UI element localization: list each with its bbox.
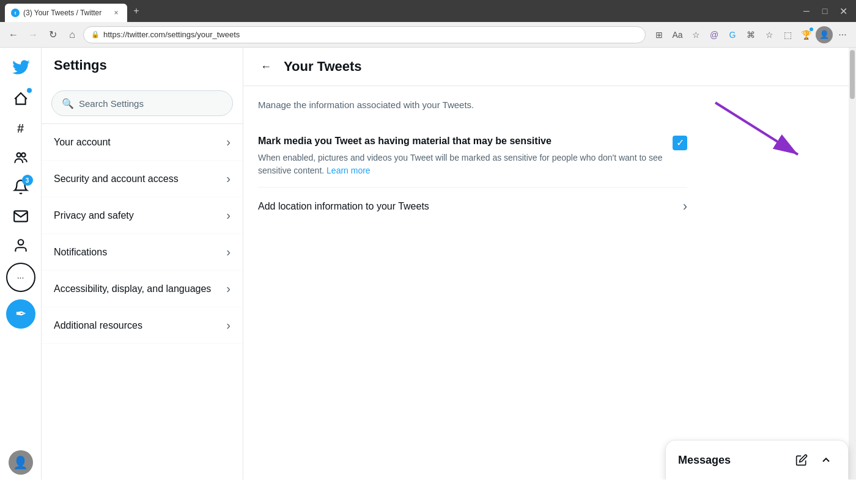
sidebar-item-home[interactable] — [6, 84, 35, 114]
screenshot-button[interactable]: ⬚ — [779, 26, 796, 43]
settings-nav-item-additional[interactable]: Additional resources › — [42, 307, 243, 344]
chevron-right-icon: › — [226, 172, 231, 186]
sensitive-media-description: When enabled, pictures and videos you Tw… — [258, 152, 663, 177]
settings-nav-item-accessibility[interactable]: Accessibility, display, and languages › — [42, 271, 243, 307]
chevron-right-icon: › — [226, 318, 231, 332]
refresh-button[interactable]: ↻ — [44, 26, 61, 43]
puzzle-button[interactable]: ⌘ — [742, 26, 759, 43]
location-chevron-icon: › — [683, 199, 687, 214]
notifications-badge: 3 — [22, 175, 33, 186]
reader-mode-button[interactable]: Aa — [669, 26, 686, 43]
sensitive-media-setting-row: Mark media you Tweet as having material … — [258, 127, 687, 188]
chevron-right-icon: › — [226, 245, 231, 259]
favorites-button[interactable]: ☆ — [687, 26, 704, 43]
at-sign-button[interactable]: @ — [706, 26, 723, 43]
minimize-button[interactable]: ─ — [799, 3, 814, 19]
page-title: Your Tweets — [284, 59, 362, 75]
settings-nav-item-notifications[interactable]: Notifications › — [42, 234, 243, 271]
sensitive-media-text: Mark media you Tweet as having material … — [258, 134, 663, 177]
location-setting-title: Add location information to your Tweets — [258, 201, 429, 212]
maximize-button[interactable]: □ — [817, 3, 833, 19]
sidebar-item-profile[interactable] — [6, 231, 35, 260]
learn-more-link[interactable]: Learn more — [327, 166, 371, 175]
sidebar-item-messages[interactable] — [6, 202, 35, 231]
svg-line-3 — [715, 103, 798, 155]
star-button[interactable]: ☆ — [761, 26, 778, 43]
chevron-right-icon: › — [226, 282, 231, 296]
sidebar-item-more[interactable]: ··· — [6, 263, 35, 292]
compose-message-button[interactable] — [792, 450, 811, 470]
scrollbar[interactable] — [849, 48, 856, 480]
sensitive-media-checkbox[interactable]: ✓ — [673, 136, 687, 150]
settings-nav-item-security[interactable]: Security and account access › — [42, 161, 243, 197]
settings-nav-label-additional: Additional resources — [54, 320, 142, 331]
settings-header: Settings — [42, 48, 243, 83]
sidebar-item-communities[interactable] — [6, 143, 35, 172]
sidebar-item-explore[interactable]: # — [6, 114, 35, 143]
chevron-right-icon: › — [226, 135, 231, 149]
tab-favicon: t — [11, 9, 20, 17]
lock-icon: 🔒 — [91, 31, 100, 38]
settings-nav-label-your-account: Your account — [54, 137, 111, 148]
collapse-messages-button[interactable] — [816, 450, 836, 470]
home-button[interactable]: ⌂ — [64, 26, 81, 43]
window-close-button[interactable]: ✕ — [835, 3, 851, 19]
location-setting-row[interactable]: Add location information to your Tweets … — [258, 188, 687, 225]
browser-tab[interactable]: t (3) Your Tweets / Twitter × — [5, 4, 127, 22]
sensitive-media-title: Mark media you Tweet as having material … — [258, 134, 663, 148]
settings-nav-item-your-account[interactable]: Your account › — [42, 124, 243, 161]
close-tab-button[interactable]: × — [111, 8, 121, 18]
chevron-right-icon: › — [226, 208, 231, 222]
extensions-button[interactable]: ⊞ — [651, 26, 668, 43]
svg-point-2 — [18, 239, 23, 245]
search-icon: 🔍 — [62, 98, 74, 109]
section-description: Manage the information associated with y… — [258, 98, 687, 112]
settings-nav-label-privacy: Privacy and safety — [54, 210, 134, 221]
arrow-annotation — [709, 97, 819, 172]
tab-title: (3) Your Tweets / Twitter — [23, 9, 108, 17]
messages-panel: Messages — [665, 440, 849, 480]
search-settings-box[interactable]: 🔍 Search Settings — [51, 90, 233, 116]
settings-sidebar: Settings 🔍 Search Settings Your account … — [42, 48, 243, 480]
settings-nav-item-privacy[interactable]: Privacy and safety › — [42, 197, 243, 234]
sidebar-item-notifications[interactable]: 3 — [6, 172, 35, 202]
copilot-button[interactable]: G — [724, 26, 741, 43]
settings-nav-label-notifications: Notifications — [54, 247, 107, 258]
messages-header: Messages — [666, 440, 848, 480]
settings-nav-label-security: Security and account access — [54, 173, 179, 184]
search-placeholder-text: Search Settings — [79, 98, 144, 109]
more-options-button[interactable]: ··· — [834, 26, 851, 43]
messages-title: Messages — [678, 454, 731, 467]
main-content: ← Your Tweets Manage the information ass… — [243, 48, 856, 480]
new-tab-button[interactable]: + — [128, 3, 144, 19]
main-content-header: ← Your Tweets — [243, 48, 856, 86]
settings-nav-label-accessibility: Accessibility, display, and languages — [54, 283, 211, 294]
compose-tweet-button[interactable]: ✒ — [6, 299, 35, 329]
url-text: https://twitter.com/settings/your_tweets — [103, 30, 240, 39]
scrollbar-thumb[interactable] — [850, 50, 855, 99]
svg-point-1 — [21, 153, 26, 156]
search-settings-container: 🔍 Search Settings — [42, 83, 243, 124]
twitter-logo[interactable] — [6, 53, 35, 82]
back-button[interactable]: ← — [256, 56, 276, 77]
address-bar[interactable]: 🔒 https://twitter.com/settings/your_twee… — [83, 26, 646, 43]
trophy-button[interactable]: 🏆 — [797, 26, 814, 43]
forward-nav-button[interactable]: → — [24, 26, 42, 43]
back-nav-button[interactable]: ← — [5, 26, 22, 43]
svg-point-0 — [17, 153, 21, 156]
profile-button[interactable]: 👤 — [816, 26, 833, 43]
user-avatar[interactable]: 👤 — [9, 450, 33, 475]
home-dot — [27, 88, 32, 93]
twitter-sidebar: # 3 ··· ✒ 👤 — [0, 48, 42, 480]
main-body: Manage the information associated with y… — [243, 86, 702, 238]
